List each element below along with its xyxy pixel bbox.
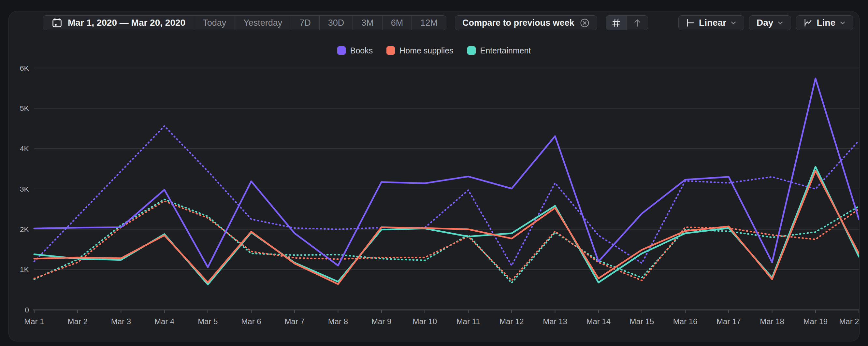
svg-text:Mar 20: Mar 20	[839, 317, 859, 326]
svg-text:2K: 2K	[20, 225, 29, 233]
svg-text:Mar 8: Mar 8	[328, 317, 348, 326]
svg-text:Mar 6: Mar 6	[241, 317, 261, 326]
svg-text:0: 0	[25, 306, 29, 314]
svg-text:Mar 4: Mar 4	[154, 317, 174, 326]
svg-text:4K: 4K	[20, 144, 29, 153]
svg-text:Mar 15: Mar 15	[630, 317, 654, 326]
svg-text:Mar 18: Mar 18	[760, 317, 784, 326]
svg-text:Mar 17: Mar 17	[716, 317, 741, 326]
line-chart: 01K2K3K4K5K6KMar 1Mar 2Mar 3Mar 4Mar 5Ma…	[9, 11, 859, 341]
svg-text:Mar 5: Mar 5	[198, 317, 218, 326]
svg-text:6K: 6K	[20, 64, 29, 72]
svg-text:3K: 3K	[20, 185, 29, 193]
svg-text:Mar 9: Mar 9	[371, 317, 391, 326]
svg-text:Mar 2: Mar 2	[68, 317, 88, 326]
svg-text:Mar 14: Mar 14	[586, 317, 611, 326]
svg-text:5K: 5K	[20, 104, 29, 113]
svg-text:Mar 10: Mar 10	[413, 317, 437, 326]
svg-text:Mar 1: Mar 1	[24, 317, 44, 326]
svg-text:Mar 13: Mar 13	[543, 317, 567, 326]
svg-text:Mar 19: Mar 19	[803, 317, 828, 326]
svg-text:Mar 7: Mar 7	[285, 317, 305, 326]
chart-panel: Mar 1, 2020 — Mar 20, 2020 Today Yesterd…	[8, 11, 860, 341]
svg-text:Mar 3: Mar 3	[111, 317, 131, 326]
svg-text:Mar 11: Mar 11	[457, 317, 480, 326]
svg-text:1K: 1K	[20, 265, 29, 274]
svg-text:Mar 12: Mar 12	[499, 317, 524, 326]
svg-text:Mar 16: Mar 16	[673, 317, 698, 326]
